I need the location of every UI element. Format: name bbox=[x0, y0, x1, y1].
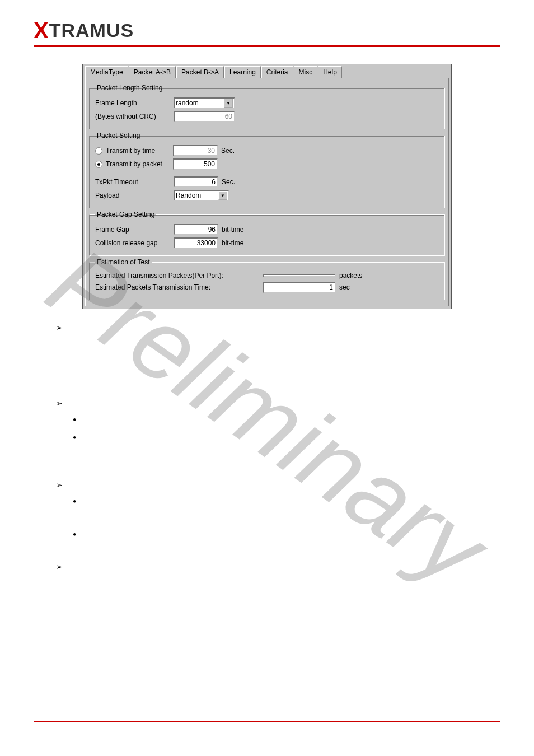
input-transmit-packet[interactable]: 500 bbox=[173, 158, 218, 170]
input-txpkt-timeout[interactable]: 6 bbox=[174, 176, 218, 188]
group-packet-setting: Packet Setting Transmit by time 30 Sec. … bbox=[89, 132, 445, 208]
tab-criteria[interactable]: Criteria bbox=[261, 66, 293, 78]
tab-bar: MediaType Packet A->B Packet B->A Learni… bbox=[83, 64, 451, 78]
output-est-time: 1 bbox=[263, 282, 336, 293]
input-transmit-time: 30 bbox=[173, 145, 218, 156]
unit-packets: packets bbox=[339, 272, 362, 279]
tab-packet-ba[interactable]: Packet B->A bbox=[176, 66, 224, 78]
select-payload[interactable]: Random ▼ bbox=[174, 190, 229, 201]
bullet-tri-icon: ➢ bbox=[56, 324, 63, 332]
bullet-dot-icon: • bbox=[73, 414, 76, 426]
label-transmit-by-time: Transmit by time bbox=[106, 147, 173, 155]
bullet-dot-icon: • bbox=[73, 529, 76, 540]
legend-packet-setting: Packet Setting bbox=[95, 132, 142, 139]
radio-transmit-by-time[interactable] bbox=[95, 147, 102, 155]
group-packet-length: Packet Length Setting Frame Length rando… bbox=[89, 84, 445, 129]
label-est-time: Estimated Packets Transmission Time: bbox=[95, 283, 263, 291]
logo-text: TRAMUS bbox=[49, 20, 134, 41]
label-frame-length: Frame Length bbox=[95, 99, 174, 107]
label-payload: Payload bbox=[95, 192, 174, 199]
label-est-packets: Estimated Transmission Packets(Per Port)… bbox=[95, 272, 263, 279]
header-divider bbox=[34, 45, 500, 47]
select-frame-length-value: random bbox=[176, 99, 199, 107]
label-collision-gap: Collision release gap bbox=[95, 239, 174, 247]
tab-help[interactable]: Help bbox=[318, 66, 342, 78]
unit-sec-3: sec bbox=[339, 283, 350, 291]
unit-sec-1: Sec. bbox=[221, 147, 235, 155]
chevron-down-icon: ▼ bbox=[218, 191, 227, 200]
unit-sec-2: Sec. bbox=[222, 178, 235, 186]
tab-mediatype[interactable]: MediaType bbox=[85, 66, 128, 78]
bullet-dot-icon: • bbox=[73, 432, 76, 444]
body-bullets: ➢ ➢ • • ➢ • • ➢ bbox=[56, 320, 489, 575]
radio-transmit-by-packet[interactable] bbox=[95, 161, 102, 168]
dialog-screenshot: MediaType Packet A->B Packet B->A Learni… bbox=[82, 64, 452, 309]
unit-bittime-1: bit-time bbox=[222, 226, 243, 234]
input-frame-gap[interactable]: 96 bbox=[174, 224, 218, 235]
group-estimation: Estimation of Test Estimated Transmissio… bbox=[89, 258, 445, 300]
select-frame-length[interactable]: random ▼ bbox=[174, 97, 235, 109]
input-bytes-no-crc: 60 bbox=[174, 111, 235, 122]
output-est-packets bbox=[263, 274, 336, 277]
tab-misc[interactable]: Misc bbox=[294, 66, 318, 78]
group-packet-gap: Packet Gap Setting Frame Gap 96 bit-time… bbox=[89, 211, 445, 256]
label-txpkt-timeout: TxPkt Timeout bbox=[95, 178, 174, 186]
bullet-tri-icon: ➢ bbox=[56, 399, 63, 408]
bullet-tri-icon: ➢ bbox=[56, 481, 63, 489]
label-frame-gap: Frame Gap bbox=[95, 226, 174, 234]
logo-x: X bbox=[34, 18, 49, 43]
legend-packet-length: Packet Length Setting bbox=[95, 84, 164, 92]
label-bytes-no-crc: (Bytes without CRC) bbox=[95, 113, 174, 120]
logo: XTRAMUS bbox=[34, 17, 500, 42]
bullet-dot-icon: • bbox=[73, 496, 76, 507]
legend-packet-gap: Packet Gap Setting bbox=[95, 211, 156, 218]
input-collision-gap[interactable]: 33000 bbox=[174, 237, 218, 249]
tab-packet-ab[interactable]: Packet A->B bbox=[129, 66, 176, 78]
label-transmit-by-packet: Transmit by packet bbox=[106, 160, 173, 168]
unit-bittime-2: bit-time bbox=[222, 239, 243, 247]
tab-panel: Packet Length Setting Frame Length rando… bbox=[85, 78, 449, 306]
chevron-down-icon: ▼ bbox=[224, 99, 233, 108]
tab-learning[interactable]: Learning bbox=[224, 66, 261, 78]
select-payload-value: Random bbox=[176, 192, 201, 199]
legend-estimation: Estimation of Test bbox=[95, 258, 152, 266]
footer-divider bbox=[34, 721, 500, 722]
bullet-tri-icon: ➢ bbox=[56, 563, 63, 571]
